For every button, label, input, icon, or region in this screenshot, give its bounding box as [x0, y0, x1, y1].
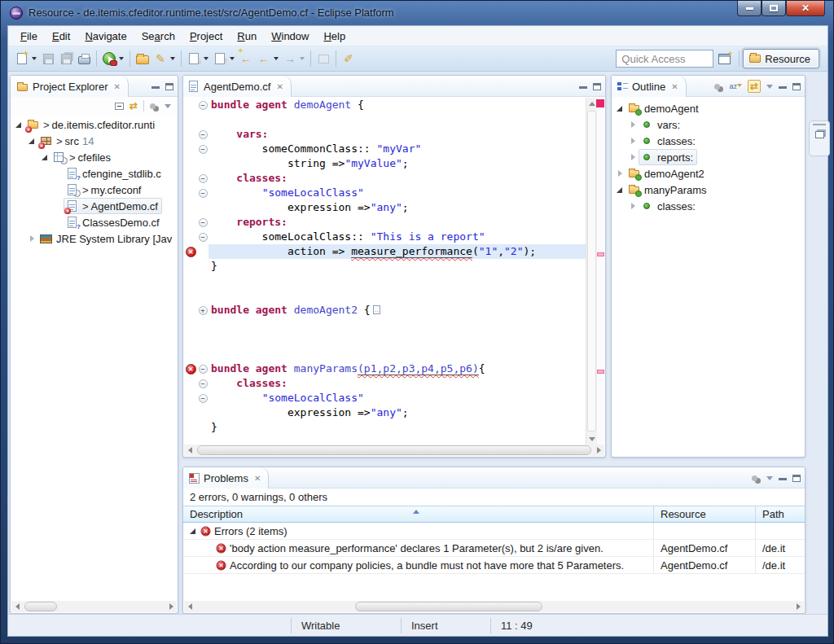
- code-line[interactable]: }: [184, 259, 586, 274]
- project-tree-item-classesdemo-cf[interactable]: ClassesDemo.cf: [11, 214, 177, 230]
- code-line[interactable]: expression =>"any";: [184, 405, 586, 420]
- close-tab-icon[interactable]: ✕: [671, 82, 678, 91]
- code-editor[interactable]: −bundle agent demoAgent {− vars:− someCo…: [184, 98, 586, 445]
- collapsed-region-icon[interactable]: [373, 305, 380, 314]
- scrollbar-thumb[interactable]: [587, 111, 596, 432]
- code-line[interactable]: − someCommonClass:: "myVar": [184, 142, 586, 156]
- close-button[interactable]: ✕: [786, 1, 825, 16]
- save-button[interactable]: [39, 50, 57, 68]
- maximize-view-icon[interactable]: [593, 83, 601, 90]
- problems-tab[interactable]: Problems ✕: [183, 467, 269, 488]
- maximize-view-icon[interactable]: [792, 83, 801, 90]
- last-edit-location-button[interactable]: ←: [237, 50, 255, 68]
- forward-button[interactable]: →: [281, 50, 299, 68]
- view-menu-icon[interactable]: [165, 104, 171, 108]
- new-dropdown-icon[interactable]: [32, 57, 37, 60]
- collapse-fold-icon[interactable]: −: [199, 218, 208, 227]
- maximize-view-icon[interactable]: [792, 475, 801, 482]
- code-line[interactable]: [184, 274, 586, 288]
- scrollbar-thumb[interactable]: [355, 602, 542, 611]
- expand-arrow-icon[interactable]: [628, 120, 639, 130]
- code-line[interactable]: − classes:: [184, 171, 586, 186]
- print-button[interactable]: [75, 50, 93, 68]
- focus-icon[interactable]: [150, 103, 156, 109]
- back-button[interactable]: ←: [255, 50, 273, 68]
- outline-tree-item-classes-[interactable]: classes:: [612, 133, 804, 149]
- collapse-arrow-icon[interactable]: [615, 185, 626, 195]
- expand-fold-icon[interactable]: +: [199, 306, 208, 315]
- problem-row[interactable]: ✕'body action measure_performance' decla…: [183, 540, 805, 557]
- code-line[interactable]: [184, 288, 586, 303]
- view-menu-icon[interactable]: [766, 85, 773, 89]
- collapse-fold-icon[interactable]: −: [199, 189, 208, 198]
- expand-arrow-icon[interactable]: [628, 152, 639, 163]
- code-line[interactable]: − "someLocalClass": [184, 186, 586, 200]
- project-tree-item-cfefiles[interactable]: >cfefiles: [11, 149, 177, 165]
- collapse-fold-icon[interactable]: −: [199, 174, 208, 183]
- menu-navigate[interactable]: Navigate: [77, 27, 134, 46]
- menu-project[interactable]: Project: [182, 27, 230, 46]
- scroll-up-icon[interactable]: [589, 102, 595, 106]
- sort-icon[interactable]: az: [729, 82, 742, 90]
- save-all-button[interactable]: [57, 50, 75, 68]
- collapse-fold-icon[interactable]: −: [199, 130, 208, 139]
- next-annotation-button[interactable]: [185, 50, 203, 68]
- title-bar[interactable]: Resource - de.itemis.cfeditor.runtime.te…: [1, 1, 833, 25]
- menu-search[interactable]: Search: [134, 27, 182, 46]
- highlighter-button[interactable]: ✎: [151, 50, 169, 68]
- outline-tree-item-classes-[interactable]: classes:: [612, 198, 804, 214]
- collapse-arrow-icon[interactable]: [27, 136, 37, 147]
- scroll-right-icon[interactable]: [597, 447, 601, 453]
- collapse-fold-icon[interactable]: −: [199, 233, 208, 242]
- scrollbar-thumb[interactable]: [197, 445, 591, 455]
- code-line[interactable]: − "someLocalClass": [184, 391, 586, 405]
- code-line[interactable]: [184, 347, 586, 361]
- new-wizard-button[interactable]: [13, 50, 31, 68]
- project-tree-item-de-itemis-cfeditor-runti[interactable]: >de.itemis.cfeditor.runti: [11, 116, 177, 133]
- code-line[interactable]: [184, 332, 586, 347]
- project-tree-item-agentdemo-cf[interactable]: >AgentDemo.cf: [11, 198, 177, 214]
- minimized-view-bar[interactable]: [809, 120, 830, 156]
- next-annotation-dropdown-icon[interactable]: [204, 57, 208, 60]
- close-tab-icon[interactable]: ✕: [113, 82, 120, 91]
- close-tab-icon[interactable]: ✕: [276, 82, 283, 91]
- editor-vscrollbar[interactable]: [586, 98, 597, 445]
- code-line[interactable]: }: [184, 420, 586, 435]
- view-menu-icon[interactable]: [766, 476, 773, 480]
- code-line[interactable]: [184, 112, 586, 127]
- code-line[interactable]: ✕−bundle agent manyParams(p1,p2,p3,p4,p5…: [184, 361, 586, 376]
- link-with-editor-icon[interactable]: ⇄: [748, 80, 761, 93]
- project-tree-item-cfengine-stdlib-c[interactable]: cfengine_stdlib.c: [11, 165, 177, 182]
- menu-help[interactable]: Help: [316, 27, 353, 46]
- search-mark-button[interactable]: ✐: [340, 50, 358, 68]
- scroll-right-icon[interactable]: [797, 603, 801, 610]
- open-resource-button[interactable]: [134, 50, 151, 68]
- expand-arrow-icon[interactable]: [628, 201, 639, 212]
- code-line[interactable]: −bundle agent demoAgent {: [184, 98, 586, 112]
- outline-tree-item-demoagent[interactable]: demoAgent: [612, 100, 804, 116]
- scroll-left-icon[interactable]: [188, 447, 192, 453]
- scrollbar-thumb[interactable]: [24, 602, 57, 611]
- code-line[interactable]: [184, 318, 586, 332]
- editor-tab-agentdemo[interactable]: AgentDemo.cf ✕: [183, 76, 292, 97]
- collapse-arrow-icon[interactable]: [615, 103, 626, 114]
- collapse-fold-icon[interactable]: −: [199, 101, 208, 110]
- code-line[interactable]: − reports:: [184, 215, 586, 230]
- minimize-button[interactable]: [737, 1, 762, 16]
- code-line[interactable]: expression =>"any";: [184, 200, 586, 215]
- menu-window[interactable]: Window: [264, 27, 316, 46]
- column-header-resource[interactable]: Resource: [654, 506, 756, 522]
- collapse-fold-icon[interactable]: −: [199, 145, 208, 154]
- focus-icon[interactable]: [752, 475, 757, 481]
- project-tree-item-jre-system-library-jav[interactable]: JRE System Library [Jav: [11, 230, 177, 247]
- scroll-left-icon[interactable]: [188, 603, 192, 610]
- quick-access-input[interactable]: [616, 50, 713, 68]
- code-line[interactable]: − vars:: [184, 127, 586, 142]
- minimize-view-icon[interactable]: [151, 86, 160, 89]
- error-marker-icon[interactable]: ✕: [186, 364, 196, 375]
- collapse-fold-icon[interactable]: −: [199, 365, 208, 374]
- collapse-arrow-icon[interactable]: [188, 526, 199, 537]
- outline-tree-item-demoagent2[interactable]: demoAgent2: [612, 165, 804, 182]
- error-marker[interactable]: [597, 370, 604, 374]
- restore-view-icon[interactable]: [815, 131, 824, 138]
